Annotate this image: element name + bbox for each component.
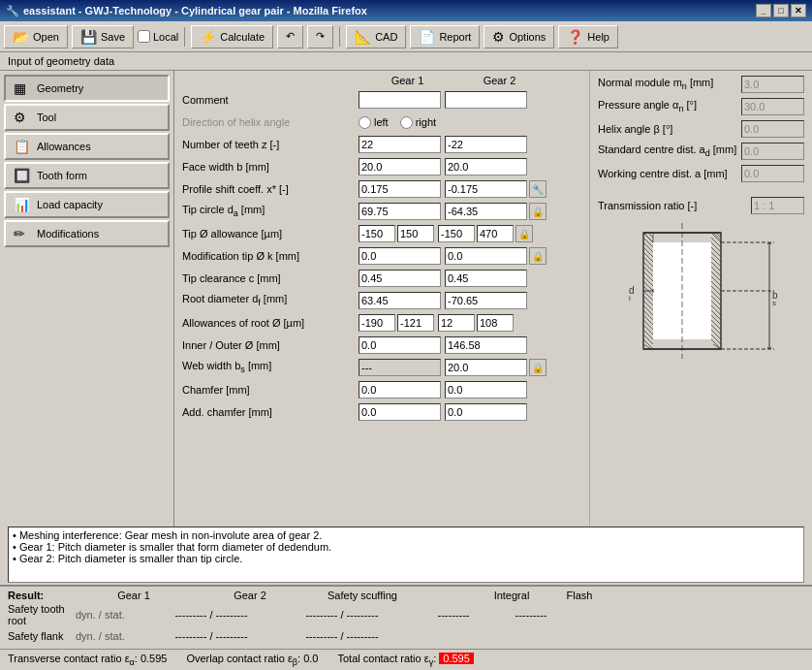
helix-direction-row: Direction of helix angle left right [182,112,581,132]
toolbar-separator-1 [184,27,185,47]
web-width-gear1-input[interactable] [359,359,441,376]
svg-line-46 [711,296,721,305]
normal-module-input[interactable] [741,76,804,93]
helix-angle-input[interactable] [741,120,804,138]
transmission-label: Transmission ratio [-] [598,200,751,211]
allow-root-g1-a-input[interactable] [359,314,395,332]
options-icon: ⚙ [492,29,505,45]
teeth-gear1-input[interactable] [359,136,441,153]
maximize-button[interactable]: □ [773,4,789,17]
svg-line-44 [711,286,721,296]
cad-button[interactable]: 📐 CAD [346,25,406,48]
helix-left-option[interactable]: left [359,116,389,129]
save-button[interactable]: 💾 Save [72,25,134,48]
pressure-angle-input[interactable] [741,98,804,115]
web-width-icon-button[interactable]: 🔒 [529,359,547,376]
profile-shift-icon-button[interactable]: 🔧 [529,180,547,198]
tip-allow-g1-b-input[interactable] [397,225,434,242]
sidebar: ▦ Geometry ⚙ Tool 📋 Allowances 🔲 Tooth f… [0,71,174,526]
mod-tip-icon-button[interactable]: 🔒 [529,247,547,265]
calculate-button[interactable]: ⚡ Calculate [191,25,273,48]
root-dia-gear1-input[interactable] [359,292,441,309]
std-centre-input[interactable] [741,143,804,160]
root-dia-gear2-input[interactable] [445,292,527,309]
svg-line-22 [643,310,653,320]
comment-gear2-input[interactable] [445,91,527,109]
chamfer-gear2-input[interactable] [445,381,527,399]
allow-root-row: Allowances of root Ø [µm] [182,313,581,333]
add-chamfer-gear2-input[interactable] [445,403,527,421]
teeth-gear2-input[interactable] [445,136,527,153]
helix-right-option[interactable]: right [400,116,436,129]
tip-allow-g2-b-input[interactable] [477,225,514,242]
tooth-root-g1-val: --------- / --------- [153,609,269,621]
help-button[interactable]: ❓ Help [558,25,618,48]
title-bar: 🔧 eassistant - GWJ-Technology - Cylindri… [0,0,812,21]
gear-svg: b s d i [624,223,779,359]
tip-circle-gear2-input[interactable] [445,203,527,220]
svg-line-50 [711,315,721,325]
modifications-icon: ✏ [14,226,31,241]
close-button[interactable]: ✕ [791,4,806,17]
allow-root-g1-b-input[interactable] [397,314,434,332]
allow-root-g2-a-input[interactable] [438,314,475,332]
sidebar-item-tooth-form[interactable]: 🔲 Tooth form [4,162,170,189]
face-width-gear1-input[interactable] [359,158,441,175]
normal-module-label: Normal module mn [mm] [598,77,741,91]
working-centre-input[interactable] [741,165,804,182]
tip-clearance-gear1-input[interactable] [359,270,441,287]
inner-outer-gear1-input[interactable] [359,336,441,354]
tip-allow-icon-button[interactable]: 🔒 [515,225,533,242]
inner-outer-gear2-input[interactable] [445,336,527,354]
mod-tip-gear2-input[interactable] [445,247,527,265]
sidebar-item-load-capacity[interactable]: 📊 Load capacity [4,191,170,218]
profile-shift-gear2-input[interactable] [445,180,527,198]
helix-left-radio[interactable] [359,116,371,129]
sidebar-item-geometry[interactable]: ▦ Geometry [4,75,170,102]
mod-tip-gear1-input[interactable] [359,247,441,265]
tooth-root-dynstat: dyn. / stat. [76,609,153,621]
web-width-row: Web width bs [mm] 🔒 [182,358,581,377]
local-checkbox[interactable] [138,30,150,43]
helix-right-radio[interactable] [400,116,413,129]
comment-row: Comment [182,90,581,110]
window-title: eassistant - GWJ-Technology - Cylindrica… [23,5,367,16]
comment-gear1-input[interactable] [359,91,441,109]
tip-circle-lock-button[interactable]: 🔒 [529,203,547,220]
right-panel: Normal module mn [mm] Pressure angle αn … [589,71,812,526]
transverse-contact-label: Transverse contact ratio εα: 0.595 [8,653,167,667]
open-button[interactable]: 📂 Open [4,25,68,48]
tip-clearance-gear2-input[interactable] [445,270,527,287]
svg-line-55 [711,339,721,349]
chamfer-gear1-input[interactable] [359,381,441,399]
sidebar-item-allowances[interactable]: 📋 Allowances [4,133,170,160]
options-button[interactable]: ⚙ Options [484,25,554,48]
svg-line-45 [711,291,721,301]
pressure-angle-row: Pressure angle αn [°] [598,97,804,116]
results-flash-col: Flash [550,590,609,601]
inner-outer-label: Inner / Outer Ø [mm] [182,339,359,351]
local-checkbox-label[interactable]: Local [138,30,178,43]
transmission-row: Transmission ratio [-] [598,196,804,215]
transmission-input[interactable] [751,197,804,214]
svg-line-4 [643,233,653,242]
tip-allow-g2-a-input[interactable] [438,225,475,242]
report-button[interactable]: 📄 Report [410,25,480,48]
total-contact-value: 0.595 [439,653,474,664]
add-chamfer-gear1-input[interactable] [359,403,441,421]
sidebar-item-tool[interactable]: ⚙ Tool [4,104,170,131]
message-2: • Gear 1: Pitch diameter is smaller that… [13,541,799,553]
web-width-gear2-input[interactable] [445,359,527,376]
allow-root-g2-b-input[interactable] [477,314,514,332]
tip-allow-g1-a-input[interactable] [359,225,395,242]
face-width-row: Face width b [mm] [182,157,581,176]
face-width-gear2-input[interactable] [445,158,527,175]
app-icon: 🔧 [6,5,19,17]
svg-line-51 [711,320,721,330]
profile-shift-gear1-input[interactable] [359,180,441,198]
tip-circle-gear1-input[interactable] [359,203,441,220]
sidebar-item-modifications[interactable]: ✏ Modifications [4,220,170,247]
undo-button[interactable]: ↶ [277,25,303,48]
redo-button[interactable]: ↷ [307,25,333,48]
minimize-button[interactable]: _ [756,4,771,17]
